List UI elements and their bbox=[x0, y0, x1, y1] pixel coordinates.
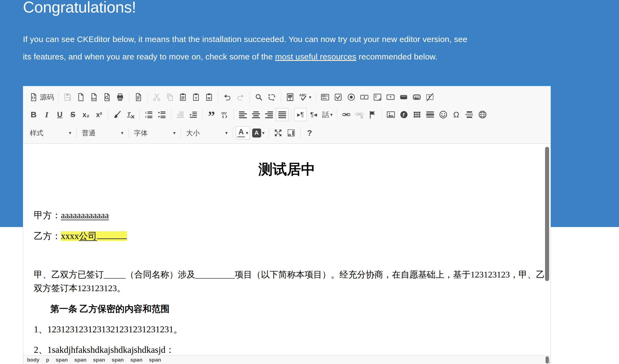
styles-combo-label: 样式 bbox=[30, 129, 43, 138]
toolbar-button-save[interactable] bbox=[61, 91, 74, 104]
toolbar-button-div-container[interactable]: DIV bbox=[218, 108, 231, 121]
button-field-icon bbox=[399, 93, 408, 102]
toolbar-button-italic[interactable]: I bbox=[40, 108, 53, 121]
toolbar-button-export-pdf[interactable]: PDF bbox=[88, 91, 100, 104]
path-item-span[interactable]: span bbox=[56, 357, 68, 363]
toolbar-button-table[interactable] bbox=[411, 108, 423, 121]
toolbar-button-special-character[interactable]: Ω bbox=[450, 108, 463, 121]
toolbar-button-paste-text[interactable]: T bbox=[190, 91, 202, 104]
toolbar-button-redo[interactable] bbox=[234, 91, 247, 104]
toolbar-button-text-color[interactable]: A▾ bbox=[236, 126, 250, 139]
path-item-p[interactable]: p bbox=[46, 357, 49, 363]
toolbar-button-increase-indent[interactable] bbox=[187, 108, 200, 121]
toolbar-button-text-field[interactable] bbox=[358, 91, 371, 104]
page-title: Congratulations! bbox=[23, 0, 136, 16]
toolbar-button-image[interactable] bbox=[385, 108, 397, 121]
toolbar-button-replace[interactable]: ba bbox=[266, 91, 278, 104]
editor-scrollbar-thumb[interactable] bbox=[545, 147, 549, 281]
path-item-span[interactable]: span bbox=[93, 357, 105, 363]
toolbar-button-copy[interactable] bbox=[163, 91, 176, 104]
toolbar-button-print[interactable] bbox=[114, 91, 126, 104]
ckeditor: 源码PDFTWbaABC▾BIUSx₂x²T12”DIV▸¶¶◂話▾fΩ样式▾普… bbox=[23, 86, 551, 364]
toolbar-button-unlink[interactable] bbox=[353, 108, 366, 121]
special-character-icon: Ω bbox=[453, 111, 459, 119]
toolbar-button-new-page[interactable] bbox=[75, 91, 87, 104]
toolbar-button-button-field[interactable] bbox=[397, 91, 410, 104]
toolbar-button-horizontal-rule[interactable] bbox=[424, 108, 436, 121]
toolbar-button-flash[interactable]: f bbox=[398, 108, 410, 121]
toolbar-button-bulleted-list[interactable] bbox=[156, 108, 168, 121]
toolbar-button-textarea[interactable] bbox=[371, 91, 384, 104]
toolbar-button-smiley[interactable] bbox=[437, 108, 450, 121]
svg-text:1: 1 bbox=[145, 111, 147, 114]
toolbar-button-image-button[interactable] bbox=[410, 91, 423, 104]
toolbar-button-show-blocks[interactable] bbox=[285, 126, 297, 139]
path-item-span[interactable]: span bbox=[149, 357, 161, 363]
toolbar-button-decrease-indent[interactable] bbox=[174, 108, 186, 121]
paste-from-word-icon: W bbox=[204, 93, 214, 102]
page-scrollbar-stub[interactable] bbox=[545, 356, 549, 364]
toolbar-button-spell-check[interactable]: ABC▾ bbox=[297, 91, 313, 104]
toolbar-combo-size[interactable]: 大小▾ bbox=[183, 126, 230, 139]
toolbar-button-numbered-list[interactable]: 12 bbox=[142, 108, 155, 121]
toolbar-button-hidden-field[interactable] bbox=[424, 91, 436, 104]
path-item-body[interactable]: body bbox=[27, 357, 39, 363]
toolbar-button-bold[interactable]: B bbox=[27, 108, 40, 121]
path-item-span[interactable]: span bbox=[130, 357, 142, 363]
spell-check-icon: ABC bbox=[299, 93, 308, 102]
toolbar-button-copy-formatting[interactable] bbox=[111, 108, 124, 121]
toolbar-button-paste-from-word[interactable]: W bbox=[203, 91, 215, 104]
toolbar-button-align-left[interactable] bbox=[237, 108, 249, 121]
toolbar-button-undo[interactable] bbox=[221, 91, 234, 104]
toolbar-button-text-direction-ltr[interactable]: ▸¶ bbox=[294, 108, 307, 121]
toolbar-button-align-center[interactable] bbox=[250, 108, 262, 121]
toolbar-button-find[interactable] bbox=[252, 91, 265, 104]
toolbar-button-source[interactable]: 源码 bbox=[27, 91, 56, 104]
toolbar-button-justify[interactable] bbox=[276, 108, 288, 121]
bulleted-list-icon bbox=[157, 110, 166, 119]
align-left-icon bbox=[238, 110, 248, 119]
toolbar-combo-format[interactable]: 普通▾ bbox=[79, 126, 126, 139]
hidden-field-icon bbox=[425, 93, 435, 102]
toolbar-button-text-direction-rtl[interactable]: ¶◂ bbox=[307, 108, 320, 121]
chevron-down-icon: ▾ bbox=[309, 95, 311, 100]
toolbar-button-link[interactable] bbox=[340, 108, 353, 121]
toolbar-combo-styles[interactable]: 样式▾ bbox=[27, 126, 74, 139]
toolbar-button-blockquote[interactable]: ” bbox=[205, 108, 218, 121]
toolbar-button-cut[interactable] bbox=[150, 91, 163, 104]
toolbar-button-templates[interactable] bbox=[132, 91, 145, 104]
toolbar-combo-font[interactable]: 字体▾ bbox=[131, 126, 178, 139]
toolbar-button-preview[interactable] bbox=[101, 91, 113, 104]
path-item-span[interactable]: span bbox=[112, 357, 124, 363]
path-item-span[interactable]: span bbox=[74, 357, 86, 363]
toolbar-button-underline[interactable]: U bbox=[53, 108, 66, 121]
toolbar-button-subscript[interactable]: x₂ bbox=[80, 108, 92, 121]
toolbar-button-background-color[interactable]: A▾ bbox=[251, 126, 266, 139]
editor-content-area[interactable]: 测试居中 甲方：aaaaaaaaaaaa 乙方：xxxx公司 甲、乙双方已签订_… bbox=[23, 144, 550, 355]
text-color-icon: A bbox=[237, 128, 245, 138]
toolbar-button-checkbox[interactable] bbox=[332, 91, 344, 104]
toolbar-button-form[interactable] bbox=[319, 91, 331, 104]
toolbar-separator bbox=[300, 127, 300, 138]
toolbar-button-page-break[interactable] bbox=[463, 108, 476, 121]
toolbar-button-superscript[interactable]: x² bbox=[93, 108, 105, 121]
toolbar-button-select-field[interactable] bbox=[384, 91, 397, 104]
intro-paragraph: If you can see CKEditor below, it means … bbox=[23, 31, 555, 65]
toolbar-button-remove-format[interactable]: T bbox=[124, 108, 137, 121]
toolbar-button-select-all[interactable] bbox=[284, 91, 296, 104]
toolbar-button-about[interactable]: ? bbox=[303, 126, 316, 139]
toolbar-button-maximize[interactable] bbox=[272, 126, 284, 139]
toolbar-button-align-right[interactable] bbox=[263, 108, 275, 121]
toolbar-button-strikethrough[interactable]: S bbox=[67, 108, 79, 121]
toolbar-button-language[interactable]: 話▾ bbox=[320, 108, 334, 121]
radio-icon bbox=[347, 93, 356, 102]
toolbar-button-radio[interactable] bbox=[345, 91, 358, 104]
party-b-value: xxxx bbox=[61, 231, 79, 241]
most-useful-resources-link[interactable]: most useful resources bbox=[275, 52, 356, 61]
toolbar-button-iframe[interactable] bbox=[476, 108, 489, 121]
textarea-icon bbox=[373, 93, 382, 102]
toolbar-button-paste[interactable] bbox=[177, 91, 189, 104]
toolbar-separator bbox=[337, 109, 337, 120]
increase-indent-icon bbox=[189, 110, 198, 119]
toolbar-button-anchor[interactable] bbox=[366, 108, 379, 121]
